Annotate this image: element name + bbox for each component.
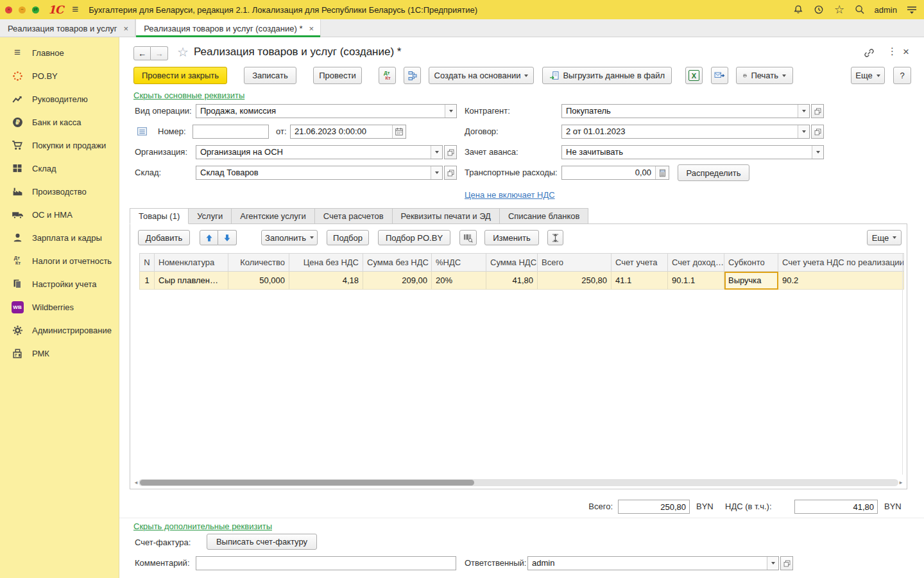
cell-vat-account[interactable]: 90.2	[778, 272, 904, 290]
counterparty-field[interactable]: Покупатель	[561, 104, 810, 118]
column-header-price-no-vat[interactable]: Цена без НДС	[289, 253, 363, 272]
calendar-icon[interactable]	[392, 125, 406, 138]
tab-settlement-accounts[interactable]: Счета расчетов	[315, 208, 393, 224]
scroll-left-icon[interactable]: ◂	[133, 478, 139, 487]
column-header-total[interactable]: Всего	[538, 253, 612, 272]
edit-row-button[interactable]: Изменить	[484, 230, 539, 245]
show-postings-dtkt-button[interactable]: Дт Кт	[379, 67, 396, 84]
cell-total[interactable]: 250,80	[538, 272, 612, 290]
hide-main-requisites-link[interactable]: Скрыть основные реквизиты	[133, 91, 244, 100]
dropdown-arrow-icon[interactable]	[445, 105, 456, 118]
more-actions-button[interactable]: Еще	[851, 67, 885, 84]
date-field[interactable]: 21.06.2023 0:00:00	[290, 125, 406, 139]
send-email-button[interactable]	[711, 67, 728, 84]
pick-button[interactable]: Подбор	[327, 230, 369, 245]
column-header-subconto[interactable]: Субконто	[724, 253, 778, 272]
tab-goods[interactable]: Товары (1)	[130, 208, 189, 224]
get-link-icon[interactable]	[864, 48, 875, 58]
advance-offset-field[interactable]: Не зачитывать	[561, 145, 824, 159]
column-header-vat-percent[interactable]: %НДС	[432, 253, 486, 272]
sidebar-item-rmk[interactable]: РМК	[0, 342, 119, 365]
cell-nomenclature[interactable]: Сыр плавлен…	[155, 272, 228, 290]
vat-total-input[interactable]	[794, 500, 878, 514]
operation-type-field[interactable]: Продажа, комиссия	[196, 104, 457, 118]
sidebar-item-wildberries[interactable]: WB Wildberries	[0, 295, 119, 319]
column-header-sum-no-vat[interactable]: Сумма без НДС	[363, 253, 432, 272]
warehouse-field[interactable]: Склад Товаров	[196, 166, 443, 180]
pick-poby-button[interactable]: Подбор PO.BY	[378, 230, 450, 245]
dropdown-arrow-icon[interactable]	[431, 146, 442, 159]
current-user-label[interactable]: admin	[875, 5, 897, 15]
comment-input[interactable]	[196, 556, 456, 570]
notifications-bell-icon[interactable]	[792, 4, 805, 16]
main-menu-icon[interactable]: ≡	[72, 3, 78, 16]
minimize-window-icon[interactable]: −	[19, 6, 26, 13]
open-organization-icon[interactable]	[444, 145, 457, 159]
sidebar-item-poby[interactable]: PO.BY	[0, 64, 119, 87]
sidebar-item-taxes-reports[interactable]: Дт Кт Налоги и отчетность	[0, 249, 119, 272]
calculator-icon[interactable]	[655, 166, 669, 179]
fill-button[interactable]: Заполнить	[261, 230, 318, 245]
search-icon[interactable]	[854, 4, 866, 16]
close-window-icon[interactable]: ×	[5, 6, 12, 13]
open-warehouse-icon[interactable]	[444, 166, 457, 180]
sidebar-item-payroll-hr[interactable]: Зарплата и кадры	[0, 226, 119, 249]
help-button[interactable]: ?	[893, 67, 911, 84]
service-menu-icon[interactable]	[905, 4, 918, 16]
transport-costs-field[interactable]: 0,00	[561, 166, 669, 180]
dropdown-arrow-icon[interactable]	[431, 166, 442, 179]
zoom-window-icon[interactable]: ⇄	[32, 6, 39, 13]
price-without-vat-link[interactable]: Цена не включает НДС	[465, 190, 555, 200]
open-responsible-icon[interactable]	[780, 556, 793, 570]
tab-realization-create[interactable]: Реализация товаров и услуг (создание) * …	[135, 19, 321, 37]
history-icon[interactable]	[813, 4, 825, 16]
save-button[interactable]: Записать	[244, 67, 296, 84]
sidebar-item-warehouse[interactable]: Склад	[0, 157, 119, 180]
sidebar-item-fixed-assets[interactable]: ОС и НМА	[0, 203, 119, 226]
table-row[interactable]: 1 Сыр плавлен… 50,000 4,18 209,00 20% 41…	[139, 272, 904, 290]
cell-n[interactable]: 1	[139, 272, 155, 290]
tab-agent-services[interactable]: Агентские услуги	[232, 208, 315, 224]
dropdown-arrow-icon[interactable]	[798, 105, 809, 118]
back-button[interactable]: ←	[133, 46, 151, 60]
document-structure-button[interactable]	[404, 67, 421, 84]
tab-realization-list[interactable]: Реализация товаров и услуг ×	[0, 19, 135, 37]
post-button[interactable]: Провести	[313, 67, 362, 84]
cell-vat-percent[interactable]: 20%	[432, 272, 486, 290]
tab-print-requisites[interactable]: Реквизиты печати и ЭД	[393, 208, 500, 224]
open-counterparty-icon[interactable]	[811, 104, 824, 118]
move-row-down-button[interactable]	[218, 230, 237, 245]
total-input[interactable]	[618, 500, 690, 514]
add-row-button[interactable]: Добавить	[138, 230, 190, 245]
favorite-star-icon[interactable]: ☆	[177, 44, 189, 60]
sidebar-item-purchases-sales[interactable]: Покупки и продажи	[0, 134, 119, 157]
column-header-account[interactable]: Счет учета	[612, 253, 668, 272]
cell-account[interactable]: 41.1	[612, 272, 668, 290]
barcode-scan-button[interactable]	[459, 230, 477, 245]
tab-close-icon[interactable]: ×	[309, 24, 314, 33]
scrollbar-track[interactable]	[139, 479, 898, 486]
column-header-nomenclature[interactable]: Номенклатура	[155, 253, 228, 272]
tab-blank-writeoff[interactable]: Списание бланков	[500, 208, 589, 224]
post-and-close-button[interactable]: Провести и закрыть	[133, 67, 227, 84]
close-form-icon[interactable]: ×	[903, 46, 909, 58]
cell-quantity[interactable]: 50,000	[228, 272, 289, 290]
print-button[interactable]: Печать	[736, 67, 793, 84]
sidebar-item-administration[interactable]: Администрирование	[0, 319, 119, 342]
horizontal-scrollbar[interactable]: ◂ ▸	[133, 478, 903, 487]
number-input[interactable]	[193, 125, 269, 139]
column-header-income-account[interactable]: Счет доход…	[668, 253, 724, 272]
table-more-button[interactable]: Еще	[867, 230, 902, 245]
scrollbar-thumb[interactable]	[140, 480, 474, 486]
column-header-quantity[interactable]: Количество	[228, 253, 289, 272]
cell-vat-sum[interactable]: 41,80	[486, 272, 538, 290]
sidebar-item-manager[interactable]: Руководителю	[0, 87, 119, 110]
cell-price-no-vat[interactable]: 4,18	[289, 272, 363, 290]
dropdown-arrow-icon[interactable]	[798, 125, 809, 138]
favorites-star-icon[interactable]: ☆	[834, 4, 846, 16]
dropdown-arrow-icon[interactable]	[767, 557, 778, 570]
tab-close-icon[interactable]: ×	[124, 24, 129, 33]
dropdown-arrow-icon[interactable]	[812, 146, 823, 159]
column-header-n[interactable]: N	[139, 253, 155, 272]
tab-services[interactable]: Услуги	[189, 208, 232, 224]
